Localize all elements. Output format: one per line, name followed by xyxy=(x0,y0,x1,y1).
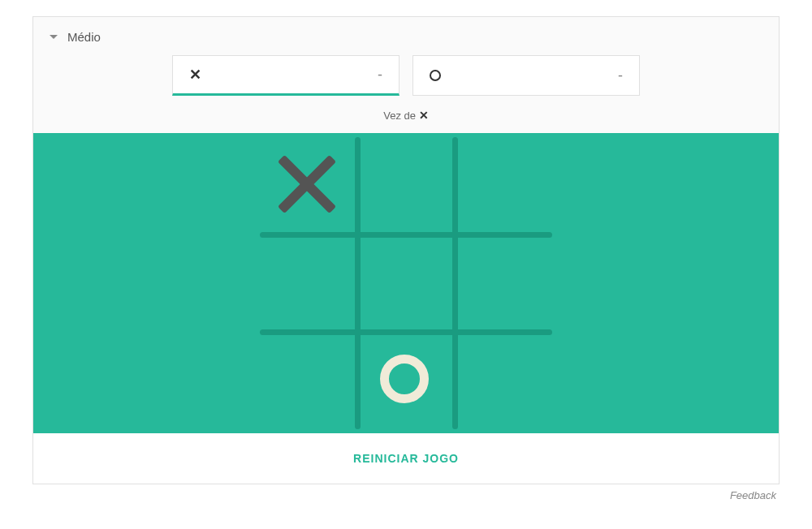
score-value-x: - xyxy=(378,67,382,84)
restart-button[interactable]: REINICIAR JOGO xyxy=(353,452,459,465)
score-card-x[interactable]: ✕ - xyxy=(172,55,400,96)
cell-0-0[interactable] xyxy=(260,137,354,231)
score-row: ✕ - - xyxy=(33,52,779,105)
difficulty-label[interactable]: Médio xyxy=(67,30,101,44)
cell-2-0[interactable] xyxy=(260,332,354,426)
score-card-o[interactable]: - xyxy=(412,55,640,96)
cell-0-2[interactable] xyxy=(455,137,549,231)
turn-prefix: Vez de xyxy=(383,110,418,122)
cell-2-1[interactable] xyxy=(357,332,451,426)
x-icon: ✕ xyxy=(189,66,201,84)
cell-1-2[interactable] xyxy=(455,234,549,329)
restart-area: REINICIAR JOGO xyxy=(33,433,779,484)
cell-1-0[interactable] xyxy=(260,234,354,329)
o-icon xyxy=(430,70,441,81)
score-value-o: - xyxy=(618,67,623,84)
game-container: Médio ✕ - - Vez de ✕ REINICIAR JOGO xyxy=(32,16,780,484)
turn-symbol: ✕ xyxy=(419,109,429,122)
cell-2-2[interactable] xyxy=(455,332,549,426)
board xyxy=(260,137,552,429)
header: Médio xyxy=(33,17,779,52)
mark-o xyxy=(380,355,429,403)
cell-0-1[interactable] xyxy=(357,137,451,231)
cell-1-1[interactable] xyxy=(357,234,451,329)
feedback-link[interactable]: Feedback xyxy=(32,484,780,506)
mark-x xyxy=(279,156,335,213)
dropdown-icon[interactable] xyxy=(50,35,58,39)
game-area xyxy=(33,133,779,433)
turn-label: Vez de ✕ xyxy=(33,105,779,133)
